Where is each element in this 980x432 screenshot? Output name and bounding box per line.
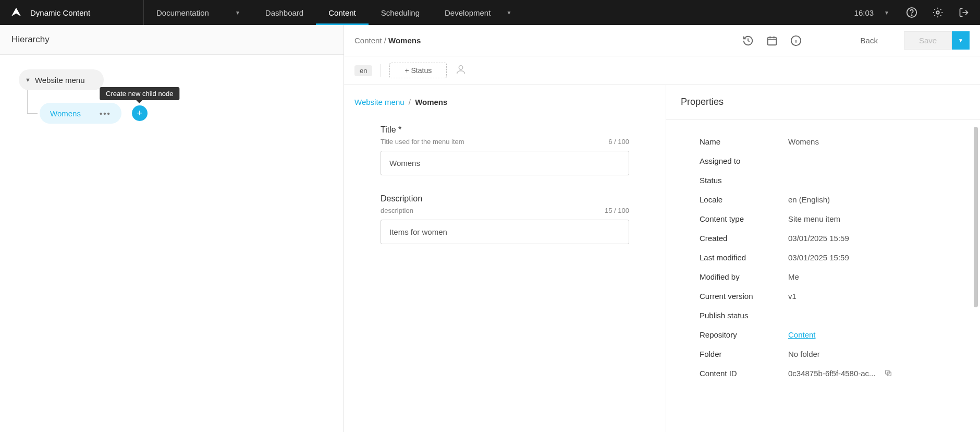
copy-icon[interactable]: [884, 369, 892, 379]
editor-body: Website menu / Womens Title * Title used…: [344, 85, 980, 432]
svg-point-2: [936, 11, 939, 14]
prop-value: Site menu item: [788, 214, 840, 223]
breadcrumb-form: Website menu / Womens: [354, 98, 655, 106]
prop-row-content-type: Content type Site menu item: [681, 209, 965, 229]
breadcrumb-separator: /: [384, 36, 388, 45]
prop-label: Current version: [700, 292, 788, 301]
add-child-node-button[interactable]: + Create new child node: [132, 105, 148, 121]
history-icon[interactable]: [741, 33, 755, 48]
prop-value: 0c34875b-6f5f-4580-ac...: [788, 369, 876, 379]
save-dropdown-button[interactable]: ▼: [952, 31, 970, 50]
help-icon[interactable]: [902, 3, 922, 22]
breadcrumb-form-parent[interactable]: Website menu: [354, 98, 405, 106]
logout-icon[interactable]: [954, 3, 974, 22]
nav-dashboard-label: Dashboard: [265, 8, 303, 17]
description-hint-row: description 15 / 100: [381, 207, 629, 214]
prop-row-locale: Locale en (English): [681, 190, 965, 209]
editor-statusbar: en + Status: [344, 56, 980, 85]
nav-dashboard[interactable]: Dashboard: [253, 0, 316, 25]
properties-body: Name Womens Assigned to Status Local: [666, 119, 980, 432]
prop-value: No folder: [788, 350, 820, 358]
tree-root-label: Website menu: [35, 76, 85, 85]
title-hint-row: Title used for the menu item 6 / 100: [381, 138, 629, 146]
tree-node-root[interactable]: ▼ Website menu: [19, 69, 104, 90]
breadcrumb-top: Content / Womens: [354, 36, 421, 45]
prop-label: Name: [700, 137, 788, 146]
prop-row-assigned-to: Assigned to: [681, 151, 965, 171]
divider: [381, 64, 381, 77]
prop-value: 03/01/2025 15:59: [788, 234, 849, 243]
prop-label: Status: [700, 176, 788, 185]
prop-row-modified-by: Modified by Me: [681, 267, 965, 286]
nav-development-dropdown[interactable]: Development ▼: [432, 0, 524, 25]
breadcrumb-form-current: Womens: [415, 98, 447, 106]
description-input[interactable]: [381, 220, 629, 244]
nav-content-label: Content: [328, 8, 356, 17]
properties-panel: Properties Name Womens Assigned to Statu…: [666, 85, 980, 432]
locale-pill[interactable]: en: [354, 65, 372, 76]
save-button[interactable]: Save: [904, 31, 952, 50]
plus-icon: +: [137, 109, 142, 118]
assign-user-icon[interactable]: [455, 64, 467, 77]
prop-row-last-modified: Last modified 03/01/2025 15:59: [681, 248, 965, 267]
nav-scheduling[interactable]: Scheduling: [369, 0, 432, 25]
description-counter: 15 / 100: [605, 207, 629, 214]
add-child-tooltip: Create new child node: [100, 87, 179, 100]
properties-card: Name Womens Assigned to Status Local: [681, 132, 965, 384]
hierarchy-tree: ▼ Website menu Womens ••• + Create new c…: [0, 55, 344, 138]
prop-label: Content ID: [700, 369, 788, 379]
prop-value: Me: [788, 272, 799, 281]
main-area: Hierarchy ▼ Website menu Womens ••• + Cr…: [0, 25, 980, 432]
prop-value: Womens: [788, 137, 819, 146]
nav-development-label: Development: [445, 8, 491, 17]
sidebar-header: Hierarchy: [0, 25, 344, 55]
nav-documentation-dropdown[interactable]: Documentation ▼: [144, 0, 253, 25]
prop-value: v1: [788, 292, 797, 301]
prop-row-name: Name Womens: [681, 132, 965, 151]
logo-area: Dynamic Content: [0, 0, 144, 25]
title-counter: 6 / 100: [608, 138, 629, 146]
editor-topbar: Content / Womens Back Save ▼: [344, 25, 980, 56]
prop-row-status: Status: [681, 171, 965, 190]
more-options-icon[interactable]: •••: [100, 109, 111, 118]
editor-pane: Content / Womens Back Save ▼: [344, 25, 980, 432]
svg-point-1: [911, 15, 912, 15]
calendar-icon[interactable]: [765, 33, 779, 48]
prop-row-content-id: Content ID 0c34875b-6f5f-4580-ac...: [681, 364, 965, 384]
chevron-down-icon: ▼: [884, 10, 889, 16]
prop-value: en (English): [788, 195, 830, 204]
properties-title: Properties: [666, 85, 980, 119]
svg-point-5: [459, 66, 463, 69]
tree-node-womens[interactable]: Womens •••: [40, 103, 121, 124]
title-field: Title * Title used for the menu item 6 /…: [381, 125, 629, 175]
topbar: Dynamic Content Documentation ▼ Dashboar…: [0, 0, 980, 25]
title-input[interactable]: [381, 151, 629, 175]
prop-row-created: Created 03/01/2025 15:59: [681, 229, 965, 248]
breadcrumb-separator: /: [409, 98, 411, 106]
time-display[interactable]: 16:03 ▼: [848, 8, 896, 17]
chevron-down-icon: ▼: [506, 10, 511, 16]
title-label: Title *: [381, 125, 629, 135]
breadcrumb-parent[interactable]: Content: [354, 36, 382, 45]
description-field: Description description 15 / 100: [381, 194, 629, 244]
scrollbar-thumb[interactable]: [974, 127, 978, 307]
tree-child-row: Womens ••• + Create new child node: [40, 103, 325, 124]
nav-documentation-label: Documentation: [156, 8, 209, 17]
description-label: Description: [381, 194, 629, 203]
prop-label: Publish status: [700, 311, 788, 320]
back-button[interactable]: Back: [844, 32, 895, 49]
info-icon[interactable]: [789, 33, 803, 48]
prop-label: Modified by: [700, 272, 788, 281]
amplience-logo-icon: [10, 7, 22, 18]
prop-value-repository-link[interactable]: Content: [788, 330, 816, 339]
prop-label: Folder: [700, 350, 788, 358]
prop-row-current-version: Current version v1: [681, 286, 965, 306]
topnav: Documentation ▼ Dashboard Content Schedu…: [144, 0, 524, 25]
chevron-down-icon: ▼: [958, 38, 963, 43]
breadcrumb-current: Womens: [388, 36, 421, 45]
add-status-button[interactable]: + Status: [389, 63, 447, 78]
sidebar-title: Hierarchy: [11, 34, 332, 45]
nav-content[interactable]: Content: [316, 0, 369, 25]
settings-gear-icon[interactable]: [928, 3, 948, 22]
time-value: 16:03: [854, 8, 874, 17]
